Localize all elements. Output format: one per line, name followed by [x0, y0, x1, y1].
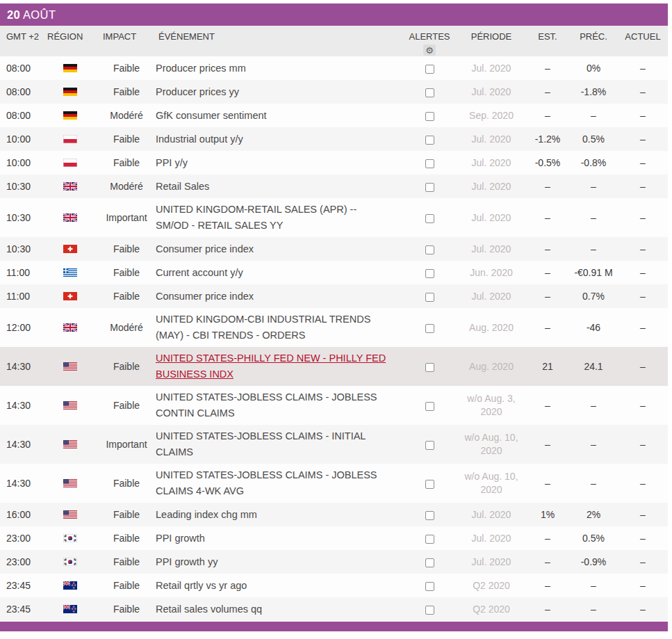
table-row: 16:00 Faible Leading index chg mm Jul. 2… — [0, 503, 668, 526]
table-row: 08:00 Modéré GfK consumer sentiment Sep.… — [0, 104, 668, 127]
estimate-value: – — [526, 86, 569, 99]
event-title: Retail Sales — [156, 179, 402, 195]
alert-checkbox[interactable] — [425, 214, 434, 223]
alert-checkbox[interactable] — [425, 402, 434, 411]
column-header-row: GMT +2 RÉGION IMPACT ÉVÉNEMENT ALERTES ⚙… — [0, 26, 668, 56]
period-value: w/o Aug. 10, 2020 — [457, 470, 526, 496]
alert-checkbox[interactable] — [425, 441, 434, 450]
impact-label: Faible — [97, 509, 156, 520]
event-title: Leading index chg mm — [156, 507, 402, 523]
actual-value: – — [618, 321, 668, 334]
event-title: Industrial output y/y — [156, 131, 402, 147]
period-value: Sep. 2020 — [457, 109, 526, 122]
period-value: Jul. 2020 — [457, 532, 526, 545]
table-row: 12:00 Modéré UNITED KINGDOM-CBI INDUSTRI… — [0, 308, 668, 347]
actual-value: – — [618, 508, 668, 521]
alert-checkbox[interactable] — [425, 480, 434, 489]
period-value: Aug. 2020 — [457, 321, 526, 334]
flag-us-icon — [63, 479, 77, 487]
alert-checkbox[interactable] — [425, 293, 434, 302]
region-cell — [43, 111, 97, 120]
estimate-value: – — [526, 532, 569, 545]
event-time: 23:00 — [0, 533, 43, 544]
event-time: 23:00 — [0, 556, 43, 567]
estimate-value: -1.2% — [526, 133, 569, 146]
region-cell — [43, 534, 97, 542]
period-value: Jul. 2020 — [457, 86, 526, 99]
alert-checkbox[interactable] — [425, 558, 434, 567]
estimate-value: – — [526, 321, 569, 334]
period-value: Jul. 2020 — [457, 156, 526, 170]
alert-checkbox[interactable] — [425, 183, 434, 192]
actual-value: – — [618, 579, 668, 592]
flag-greece-icon — [63, 268, 77, 277]
flag-uk-icon — [63, 182, 77, 191]
column-header-est: EST. — [526, 31, 569, 42]
alert-checkbox[interactable] — [425, 269, 434, 278]
region-cell — [43, 88, 97, 96]
table-row: 10:30 Important UNITED KINGDOM-RETAIL SA… — [0, 198, 668, 237]
flag-us-icon — [63, 362, 77, 371]
impact-label: Modéré — [97, 181, 156, 192]
previous-value: 2% — [569, 508, 618, 521]
event-time: 10:30 — [0, 181, 43, 192]
impact-label: Faible — [97, 291, 156, 302]
period-value: Jul. 2020 — [457, 556, 526, 569]
impact-label: Faible — [97, 157, 156, 168]
previous-value: -46 — [569, 321, 618, 334]
previous-value: -€0.91 M — [569, 266, 618, 280]
previous-value: – — [569, 243, 618, 256]
alert-cell — [402, 157, 457, 168]
event-title: Consumer price index — [156, 289, 402, 305]
event-time: 10:30 — [0, 212, 43, 223]
previous-value: -1.8% — [569, 86, 618, 99]
actual-value: – — [618, 86, 668, 99]
event-time: 14:30 — [0, 439, 43, 450]
flag-new-zealand-icon — [63, 581, 77, 590]
column-header-prev: PRÉC. — [569, 31, 618, 42]
event-time: 23:45 — [0, 580, 43, 591]
table-row: 11:00 Faible Current account y/y Jun. 20… — [0, 261, 668, 284]
flag-us-icon — [63, 440, 77, 448]
period-value: Jul. 2020 — [457, 290, 526, 303]
alert-checkbox[interactable] — [425, 606, 434, 615]
alert-checkbox[interactable] — [425, 65, 434, 74]
previous-value: 0.7% — [569, 290, 618, 303]
alert-checkbox[interactable] — [425, 88, 434, 97]
alerts-settings-gear-icon[interactable]: ⚙ — [423, 45, 436, 56]
region-cell — [43, 213, 97, 222]
table-row: 14:30 Faible UNITED STATES-JOBLESS CLAIM… — [0, 386, 668, 425]
impact-label: Faible — [97, 243, 156, 254]
estimate-value: – — [526, 477, 569, 490]
flag-poland-icon — [63, 159, 77, 167]
impact-label: Important — [97, 212, 156, 223]
alert-checkbox[interactable] — [425, 511, 434, 520]
date-header: 20 AOÛT — [0, 3, 668, 26]
actual-value: – — [618, 438, 668, 451]
alert-checkbox[interactable] — [425, 245, 434, 254]
estimate-value: – — [526, 211, 569, 225]
alert-checkbox[interactable] — [425, 535, 434, 544]
estimate-value: – — [526, 603, 569, 616]
alert-checkbox[interactable] — [425, 324, 434, 333]
alert-checkbox[interactable] — [425, 112, 434, 121]
event-title-link[interactable]: UNITED STATES-PHILLY FED NEW - PHILLY FE… — [156, 350, 402, 382]
alert-cell — [402, 63, 457, 74]
event-title: Consumer price index — [156, 241, 402, 257]
next-day-header-cutoff — [0, 622, 668, 631]
table-row: 08:00 Faible Producer prices yy Jul. 202… — [0, 80, 668, 104]
alert-cell — [402, 400, 457, 411]
alert-checkbox[interactable] — [425, 363, 434, 372]
alert-checkbox[interactable] — [425, 582, 434, 591]
period-value: Jul. 2020 — [457, 243, 526, 256]
alert-checkbox[interactable] — [425, 136, 434, 145]
alert-checkbox[interactable] — [425, 159, 434, 168]
estimate-value: -0.5% — [526, 156, 569, 170]
actual-value: – — [618, 133, 668, 146]
event-title: PPI growth — [156, 531, 402, 547]
event-time: 14:30 — [0, 400, 43, 411]
event-time: 08:00 — [0, 110, 43, 121]
estimate-value: – — [526, 180, 569, 193]
alert-cell — [402, 212, 457, 223]
flag-germany-icon — [63, 64, 77, 72]
